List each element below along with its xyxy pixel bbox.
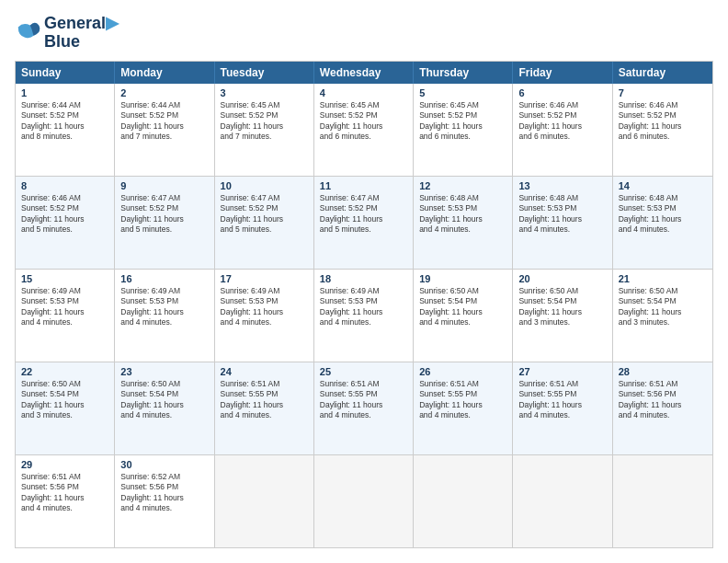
day-number: 15: [21, 273, 108, 284]
header-cell-saturday: Saturday: [613, 62, 712, 84]
day-info: Sunrise: 6:51 AMSunset: 5:56 PMDaylight:…: [619, 379, 707, 421]
header-cell-sunday: Sunday: [16, 62, 115, 84]
day-cell: 16Sunrise: 6:49 AMSunset: 5:53 PMDayligh…: [115, 270, 214, 362]
day-cell: 11Sunrise: 6:47 AMSunset: 5:52 PMDayligh…: [314, 177, 414, 269]
header-cell-tuesday: Tuesday: [215, 62, 314, 84]
day-info: Sunrise: 6:47 AMSunset: 5:52 PMDaylight:…: [320, 193, 407, 236]
calendar-row: 22Sunrise: 6:50 AMSunset: 5:54 PMDayligh…: [16, 362, 712, 454]
day-info: Sunrise: 6:47 AMSunset: 5:52 PMDaylight:…: [120, 193, 208, 236]
calendar-body: 1Sunrise: 6:44 AMSunset: 5:52 PMDaylight…: [16, 84, 712, 547]
calendar-row: 8Sunrise: 6:46 AMSunset: 5:52 PMDaylight…: [16, 176, 712, 269]
empty-cell: [314, 455, 414, 547]
day-number: 1: [21, 87, 108, 98]
day-cell: 28Sunrise: 6:51 AMSunset: 5:56 PMDayligh…: [613, 362, 712, 454]
day-info: Sunrise: 6:45 AMSunset: 5:52 PMDaylight:…: [419, 100, 506, 143]
day-info: Sunrise: 6:48 AMSunset: 5:53 PMDaylight:…: [619, 193, 707, 236]
day-number: 25: [320, 366, 407, 377]
day-info: Sunrise: 6:49 AMSunset: 5:53 PMDaylight:…: [21, 286, 108, 328]
day-number: 12: [419, 180, 506, 191]
day-cell: 21Sunrise: 6:50 AMSunset: 5:54 PMDayligh…: [613, 270, 712, 362]
header-cell-thursday: Thursday: [414, 62, 513, 84]
header: General▶ Blue: [15, 15, 713, 52]
day-number: 2: [120, 87, 208, 98]
empty-cell: [613, 455, 712, 547]
day-info: Sunrise: 6:45 AMSunset: 5:52 PMDaylight:…: [221, 100, 308, 143]
day-cell: 2Sunrise: 6:44 AMSunset: 5:52 PMDaylight…: [115, 84, 214, 176]
day-number: 23: [120, 366, 208, 377]
day-info: Sunrise: 6:51 AMSunset: 5:55 PMDaylight:…: [221, 379, 308, 421]
empty-cell: [513, 455, 612, 547]
day-number: 22: [21, 366, 108, 377]
day-cell: 20Sunrise: 6:50 AMSunset: 5:54 PMDayligh…: [513, 270, 612, 362]
day-cell: 6Sunrise: 6:46 AMSunset: 5:52 PMDaylight…: [513, 84, 612, 176]
day-cell: 17Sunrise: 6:49 AMSunset: 5:53 PMDayligh…: [215, 270, 314, 362]
day-cell: 18Sunrise: 6:49 AMSunset: 5:53 PMDayligh…: [314, 270, 414, 362]
day-number: 16: [120, 273, 208, 284]
day-cell: 3Sunrise: 6:45 AMSunset: 5:52 PMDaylight…: [215, 84, 314, 176]
day-number: 6: [518, 87, 606, 98]
day-number: 24: [221, 366, 308, 377]
day-info: Sunrise: 6:49 AMSunset: 5:53 PMDaylight:…: [221, 286, 308, 328]
day-cell: 24Sunrise: 6:51 AMSunset: 5:55 PMDayligh…: [215, 362, 314, 454]
day-cell: 9Sunrise: 6:47 AMSunset: 5:52 PMDaylight…: [115, 177, 214, 269]
logo-icon: [15, 20, 40, 46]
day-info: Sunrise: 6:51 AMSunset: 5:55 PMDaylight:…: [419, 379, 506, 421]
day-info: Sunrise: 6:49 AMSunset: 5:53 PMDaylight:…: [320, 286, 407, 328]
day-info: Sunrise: 6:51 AMSunset: 5:56 PMDaylight:…: [21, 472, 108, 514]
day-cell: 29Sunrise: 6:51 AMSunset: 5:56 PMDayligh…: [16, 455, 115, 547]
day-info: Sunrise: 6:46 AMSunset: 5:52 PMDaylight:…: [518, 100, 606, 143]
logo: General▶ Blue: [15, 15, 119, 52]
day-cell: 12Sunrise: 6:48 AMSunset: 5:53 PMDayligh…: [414, 177, 513, 269]
empty-cell: [215, 455, 314, 547]
header-cell-friday: Friday: [513, 62, 612, 84]
day-info: Sunrise: 6:52 AMSunset: 5:56 PMDaylight:…: [120, 472, 208, 514]
day-number: 5: [419, 87, 506, 98]
day-info: Sunrise: 6:48 AMSunset: 5:53 PMDaylight:…: [419, 193, 506, 236]
day-number: 20: [518, 273, 606, 284]
day-cell: 23Sunrise: 6:50 AMSunset: 5:54 PMDayligh…: [115, 362, 214, 454]
calendar-row: 15Sunrise: 6:49 AMSunset: 5:53 PMDayligh…: [16, 269, 712, 362]
day-cell: 14Sunrise: 6:48 AMSunset: 5:53 PMDayligh…: [613, 177, 712, 269]
day-cell: 13Sunrise: 6:48 AMSunset: 5:53 PMDayligh…: [513, 177, 612, 269]
day-cell: 5Sunrise: 6:45 AMSunset: 5:52 PMDaylight…: [414, 84, 513, 176]
day-info: Sunrise: 6:50 AMSunset: 5:54 PMDaylight:…: [619, 286, 707, 328]
day-cell: 10Sunrise: 6:47 AMSunset: 5:52 PMDayligh…: [215, 177, 314, 269]
day-cell: 15Sunrise: 6:49 AMSunset: 5:53 PMDayligh…: [16, 270, 115, 362]
day-number: 19: [419, 273, 506, 284]
day-number: 27: [518, 366, 606, 377]
day-number: 28: [619, 366, 707, 377]
day-cell: 4Sunrise: 6:45 AMSunset: 5:52 PMDaylight…: [314, 84, 414, 176]
day-info: Sunrise: 6:46 AMSunset: 5:52 PMDaylight:…: [21, 193, 108, 236]
day-info: Sunrise: 6:47 AMSunset: 5:52 PMDaylight:…: [221, 193, 308, 236]
day-number: 4: [320, 87, 407, 98]
day-info: Sunrise: 6:44 AMSunset: 5:52 PMDaylight:…: [120, 100, 208, 143]
day-info: Sunrise: 6:45 AMSunset: 5:52 PMDaylight:…: [320, 100, 407, 143]
day-info: Sunrise: 6:48 AMSunset: 5:53 PMDaylight:…: [518, 193, 606, 236]
day-info: Sunrise: 6:49 AMSunset: 5:53 PMDaylight:…: [120, 286, 208, 328]
day-cell: 26Sunrise: 6:51 AMSunset: 5:55 PMDayligh…: [414, 362, 513, 454]
day-info: Sunrise: 6:50 AMSunset: 5:54 PMDaylight:…: [419, 286, 506, 328]
day-number: 8: [21, 180, 108, 191]
page: General▶ Blue SundayMondayTuesdayWednesd…: [0, 0, 728, 563]
calendar-header: SundayMondayTuesdayWednesdayThursdayFrid…: [16, 62, 712, 84]
day-number: 17: [221, 273, 308, 284]
empty-cell: [414, 455, 513, 547]
day-info: Sunrise: 6:51 AMSunset: 5:55 PMDaylight:…: [518, 379, 606, 421]
day-number: 7: [619, 87, 707, 98]
day-cell: 1Sunrise: 6:44 AMSunset: 5:52 PMDaylight…: [16, 84, 115, 176]
day-info: Sunrise: 6:50 AMSunset: 5:54 PMDaylight:…: [120, 379, 208, 421]
day-info: Sunrise: 6:50 AMSunset: 5:54 PMDaylight:…: [518, 286, 606, 328]
day-cell: 27Sunrise: 6:51 AMSunset: 5:55 PMDayligh…: [513, 362, 612, 454]
calendar-row: 1Sunrise: 6:44 AMSunset: 5:52 PMDaylight…: [16, 84, 712, 176]
day-cell: 30Sunrise: 6:52 AMSunset: 5:56 PMDayligh…: [115, 455, 214, 547]
day-number: 14: [619, 180, 707, 191]
day-number: 21: [619, 273, 707, 284]
day-number: 10: [221, 180, 308, 191]
day-number: 29: [21, 459, 108, 470]
day-number: 26: [419, 366, 506, 377]
day-cell: 7Sunrise: 6:46 AMSunset: 5:52 PMDaylight…: [613, 84, 712, 176]
logo-text: General▶ Blue: [44, 15, 119, 52]
day-cell: 22Sunrise: 6:50 AMSunset: 5:54 PMDayligh…: [16, 362, 115, 454]
calendar-row: 29Sunrise: 6:51 AMSunset: 5:56 PMDayligh…: [16, 454, 712, 547]
day-number: 30: [120, 459, 208, 470]
